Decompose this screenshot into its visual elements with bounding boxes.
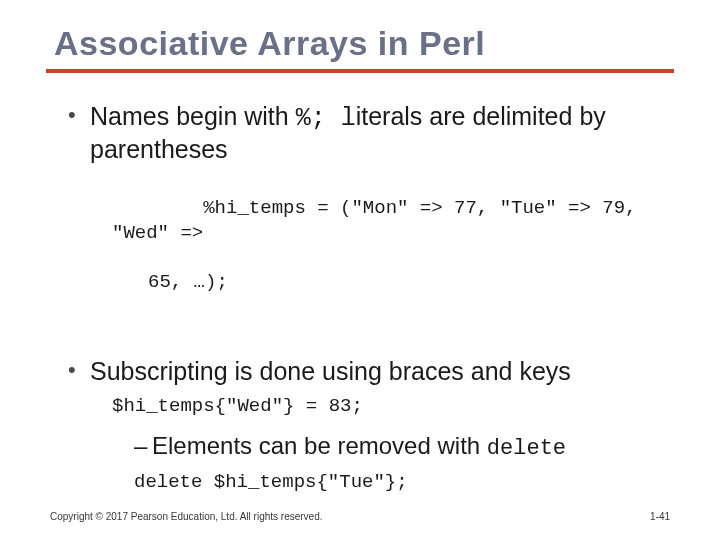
- slide-title: Associative Arrays in Perl: [54, 24, 670, 63]
- sub-bullet-1: –Elements can be removed with delete: [134, 430, 666, 464]
- bullet-list: Names begin with %; literals are delimit…: [68, 101, 666, 495]
- footer: Copyright © 2017 Pearson Education, Ltd.…: [50, 511, 670, 522]
- code-block-2: $hi_temps{"Wed"} = 83;: [112, 394, 666, 419]
- slide: Associative Arrays in Perl Names begin w…: [0, 0, 720, 540]
- bullet-2-text: Subscripting is done using braces and ke…: [90, 357, 571, 385]
- bullet-1-pre: Names begin with: [90, 102, 296, 130]
- sub-1-code: delete: [487, 436, 566, 461]
- code-block-3: delete $hi_temps{"Tue"};: [134, 470, 666, 495]
- code-block-1: %hi_temps = ("Mon" => 77, "Tue" => 79, "…: [112, 172, 666, 345]
- sub-1-pre: Elements can be removed with: [152, 432, 487, 459]
- bullet-1-text: Names begin with %; literals are delimit…: [90, 102, 606, 163]
- copyright-text: Copyright © 2017 Pearson Education, Ltd.…: [50, 511, 323, 522]
- bullet-1-code: %; l: [296, 104, 356, 133]
- code-1-line-2: 65, …);: [112, 270, 666, 295]
- sub-bullet-1-text: –Elements can be removed with delete: [134, 432, 566, 459]
- dash-icon: –: [134, 430, 152, 461]
- bullet-1: Names begin with %; literals are delimit…: [68, 101, 666, 344]
- bullet-2: Subscripting is done using braces and ke…: [68, 356, 666, 494]
- title-rule: [46, 69, 674, 73]
- code-1-line-1: %hi_temps = ("Mon" => 77, "Tue" => 79, "…: [112, 197, 648, 244]
- page-number: 1-41: [650, 511, 670, 522]
